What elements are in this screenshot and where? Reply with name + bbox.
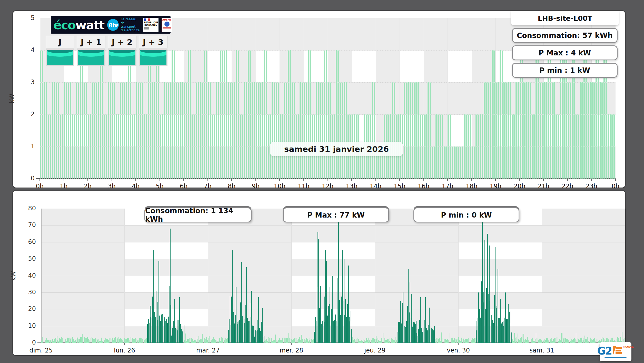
y-tick-label: 0 bbox=[18, 175, 35, 182]
x-axis-tick bbox=[375, 343, 375, 345]
overlay-dashed-gridline bbox=[40, 82, 616, 83]
x-tick-label: mar. 27 bbox=[193, 347, 223, 354]
ademe-caption-lines bbox=[163, 27, 171, 30]
site-name-badge: LHB-site-L00T bbox=[511, 11, 619, 25]
x-axis-tick bbox=[519, 179, 520, 181]
daily-pmin-box: P min : 1 kW bbox=[512, 63, 618, 78]
ecowatt-wordmark: écowatt bbox=[53, 19, 104, 31]
y-tick-label: 3 bbox=[18, 79, 35, 86]
ecowatt-gauge-j2[interactable] bbox=[108, 49, 136, 66]
y-tick-label: 20 bbox=[19, 305, 36, 312]
x-tick-label: ven. 30 bbox=[443, 347, 474, 354]
republique-francaise-label: RÉPUBLIQUE FRANÇAISE bbox=[144, 22, 158, 26]
rf-motto-lines bbox=[144, 27, 158, 30]
x-axis-tick bbox=[160, 179, 160, 181]
weekly-chart-plot-area: 01020304050607080kWdim. 25lun. 26mar. 27… bbox=[41, 209, 625, 343]
x-axis-tick bbox=[135, 179, 136, 181]
x-axis-tick bbox=[615, 179, 616, 181]
y-tick-label: 10 bbox=[19, 322, 36, 329]
daily-consumption-box: Consommation: 57 kWh bbox=[512, 28, 618, 43]
x-axis-tick bbox=[543, 179, 544, 181]
g2-tagline-line bbox=[605, 357, 627, 358]
daily-chart-panel: 012345kW0h1h2h3h4h5h6h7h8h9h10h11h12h13h… bbox=[12, 10, 626, 188]
g2e-france-logo: G2 FRANCE bbox=[600, 342, 631, 361]
y-tick-label: 30 bbox=[19, 289, 36, 296]
y-tick-label: 60 bbox=[19, 238, 36, 246]
x-axis-tick bbox=[208, 343, 208, 345]
ecowatt-gauge-dial-icon bbox=[109, 50, 135, 65]
x-axis-tick bbox=[375, 179, 376, 181]
x-axis-tick bbox=[112, 179, 112, 181]
y-tick-label: 70 bbox=[19, 221, 36, 229]
x-axis-tick bbox=[591, 179, 592, 181]
x-tick-label: jeu. 29 bbox=[360, 347, 390, 354]
x-axis-tick bbox=[87, 179, 88, 181]
overlay-dashed-gridline bbox=[40, 114, 616, 115]
x-axis-tick bbox=[495, 179, 496, 181]
x-axis-tick bbox=[567, 179, 568, 181]
ecowatt-gauge-dial-icon bbox=[47, 50, 73, 65]
french-flag-icon bbox=[144, 18, 150, 21]
x-axis-tick bbox=[471, 179, 472, 181]
x-axis-tick bbox=[39, 179, 40, 181]
y-tick-label: 2 bbox=[18, 111, 35, 118]
rte-logo: Rte Le réseau de transport d'électricité bbox=[107, 17, 140, 32]
g2-e-stripes-icon bbox=[616, 347, 622, 354]
y-tick-label: 80 bbox=[19, 205, 36, 212]
g2-logo-text: G2 bbox=[597, 346, 612, 356]
x-axis-tick bbox=[303, 179, 304, 181]
ademe-globe-icon bbox=[164, 22, 170, 27]
x-axis-tick bbox=[447, 179, 448, 181]
x-axis-tick bbox=[64, 179, 64, 181]
ecowatt-gauge-j3[interactable] bbox=[139, 49, 167, 66]
rte-badge-icon: Rte bbox=[107, 19, 119, 31]
ecowatt-eco-text: éco bbox=[53, 18, 75, 32]
y-tick-label: 40 bbox=[19, 272, 36, 279]
x-tick-label: 0h bbox=[600, 183, 631, 190]
x-axis-tick bbox=[41, 343, 41, 345]
ecowatt-gauge-j[interactable] bbox=[46, 49, 74, 66]
x-axis-tick bbox=[423, 179, 424, 181]
y-axis-unit-label: kW bbox=[8, 93, 16, 103]
x-axis-tick bbox=[231, 179, 232, 181]
x-axis-tick bbox=[458, 343, 459, 345]
y-tick-label: 5 bbox=[18, 14, 35, 22]
x-axis-tick bbox=[291, 343, 292, 345]
x-axis-tick bbox=[279, 179, 280, 181]
weekly-pmax-box: P Max : 77 kW bbox=[283, 208, 389, 222]
x-axis-tick bbox=[183, 179, 184, 181]
ecowatt-watt-text: watt bbox=[75, 18, 104, 32]
forecast-tab-j2[interactable]: J + 2 bbox=[108, 36, 136, 48]
y-tick-label: 50 bbox=[19, 255, 36, 262]
y-tick-label: 0 bbox=[19, 339, 36, 346]
ecowatt-gauge-j1[interactable] bbox=[77, 49, 105, 66]
x-axis-tick bbox=[399, 179, 400, 181]
x-axis-tick bbox=[124, 343, 125, 345]
x-axis-tick bbox=[328, 179, 328, 181]
y-axis-unit-label: kW bbox=[10, 270, 17, 281]
ademe-label: ADEME bbox=[162, 18, 172, 21]
y-tick-label: 4 bbox=[18, 46, 35, 54]
y-tick-label: 1 bbox=[18, 143, 35, 150]
forecast-tab-j1[interactable]: J + 1 bbox=[77, 36, 105, 48]
rte-caption: Le réseau de transport d'électricité bbox=[121, 17, 140, 32]
x-axis-tick bbox=[207, 179, 208, 181]
current-date-label: samedi 31 janvier 2026 bbox=[270, 142, 403, 156]
ademe-logo: ADEME bbox=[162, 18, 172, 32]
x-tick-label: sam. 31 bbox=[527, 347, 557, 354]
x-tick-label: dim. 25 bbox=[26, 347, 56, 354]
x-tick-label: mer. 28 bbox=[276, 347, 307, 354]
g2-france-label: FRANCE bbox=[623, 346, 634, 348]
weekly-bars-layer bbox=[41, 209, 625, 343]
x-tick-label: lun. 26 bbox=[109, 347, 140, 354]
daily-pmax-box: P Max : 4 kW bbox=[512, 45, 618, 60]
weekly-pmin-box: P min : 0 kW bbox=[413, 208, 519, 222]
ecowatt-gauge-dial-icon bbox=[78, 50, 104, 65]
republique-francaise-logo: RÉPUBLIQUE FRANÇAISE bbox=[143, 18, 158, 32]
weekly-chart-panel: 01020304050607080kWdim. 25lun. 26mar. 27… bbox=[12, 190, 626, 356]
forecast-tab-j3[interactable]: J + 3 bbox=[139, 36, 167, 48]
x-axis-tick bbox=[255, 179, 256, 181]
ecowatt-gauge-dial-icon bbox=[140, 50, 166, 65]
x-axis-tick bbox=[542, 343, 542, 345]
forecast-tab-j[interactable]: J bbox=[46, 36, 74, 48]
